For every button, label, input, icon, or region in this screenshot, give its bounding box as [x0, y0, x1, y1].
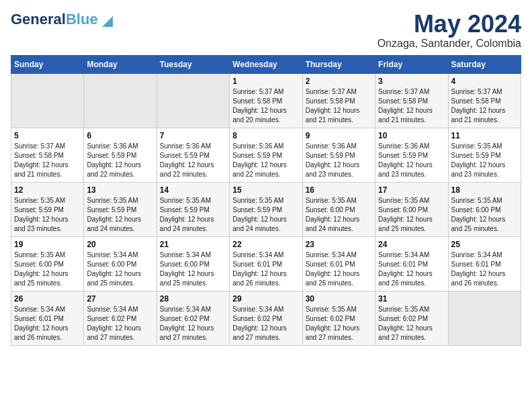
calendar-cell: 29Sunrise: 5:34 AM Sunset: 6:02 PM Dayli… [230, 291, 302, 345]
day-number: 11 [451, 131, 518, 140]
svg-marker-0 [102, 16, 113, 27]
day-info: Sunrise: 5:35 AM Sunset: 6:02 PM Dayligh… [306, 305, 372, 342]
header-row: SundayMondayTuesdayWednesdayThursdayFrid… [11, 55, 521, 73]
day-number: 2 [306, 77, 372, 86]
day-number: 27 [87, 294, 153, 304]
calendar-cell: 8Sunrise: 5:36 AM Sunset: 5:59 PM Daylig… [230, 128, 302, 182]
day-number: 29 [232, 294, 299, 304]
day-info: Sunrise: 5:34 AM Sunset: 6:01 PM Dayligh… [378, 250, 445, 288]
calendar-cell [84, 73, 157, 128]
day-number: 22 [232, 240, 299, 249]
calendar-week-row: 5Sunrise: 5:37 AM Sunset: 5:58 PM Daylig… [11, 128, 521, 182]
day-number: 6 [87, 131, 153, 140]
day-info: Sunrise: 5:34 AM Sunset: 6:00 PM Dayligh… [87, 250, 153, 288]
day-header: Monday [84, 55, 157, 73]
day-number: 16 [306, 185, 372, 195]
day-info: Sunrise: 5:36 AM Sunset: 5:59 PM Dayligh… [87, 142, 153, 179]
day-info: Sunrise: 5:36 AM Sunset: 5:59 PM Dayligh… [160, 142, 226, 179]
day-number: 5 [14, 131, 81, 140]
day-info: Sunrise: 5:35 AM Sunset: 5:59 PM Dayligh… [232, 196, 299, 234]
day-number: 12 [14, 185, 81, 195]
day-number: 8 [232, 131, 299, 140]
calendar-header: SundayMondayTuesdayWednesdayThursdayFrid… [11, 55, 521, 73]
calendar-cell: 22Sunrise: 5:34 AM Sunset: 6:01 PM Dayli… [230, 236, 302, 291]
day-info: Sunrise: 5:35 AM Sunset: 5:59 PM Dayligh… [14, 196, 81, 234]
day-number: 19 [14, 240, 81, 249]
calendar-cell: 11Sunrise: 5:35 AM Sunset: 5:59 PM Dayli… [448, 128, 521, 182]
day-header: Saturday [448, 55, 521, 73]
calendar-week-row: 26Sunrise: 5:34 AM Sunset: 6:01 PM Dayli… [11, 291, 521, 345]
day-info: Sunrise: 5:34 AM Sunset: 6:01 PM Dayligh… [451, 250, 518, 288]
calendar-cell: 15Sunrise: 5:35 AM Sunset: 5:59 PM Dayli… [230, 182, 302, 236]
day-number: 21 [160, 240, 226, 249]
day-number: 23 [306, 240, 372, 249]
day-info: Sunrise: 5:35 AM Sunset: 5:59 PM Dayligh… [160, 196, 226, 234]
day-header: Sunday [11, 55, 84, 73]
logo-blue: Blue [66, 11, 98, 28]
calendar-week-row: 1Sunrise: 5:37 AM Sunset: 5:58 PM Daylig… [11, 73, 521, 128]
day-number: 28 [160, 294, 226, 304]
day-number: 7 [160, 131, 226, 140]
day-header: Wednesday [230, 55, 302, 73]
calendar-cell: 14Sunrise: 5:35 AM Sunset: 5:59 PM Dayli… [157, 182, 229, 236]
day-info: Sunrise: 5:34 AM Sunset: 6:02 PM Dayligh… [232, 305, 299, 342]
calendar-cell: 1Sunrise: 5:37 AM Sunset: 5:58 PM Daylig… [230, 73, 302, 128]
day-number: 26 [14, 294, 81, 304]
day-number: 14 [160, 185, 226, 195]
day-number: 30 [306, 294, 372, 304]
calendar-cell: 18Sunrise: 5:35 AM Sunset: 6:00 PM Dayli… [448, 182, 521, 236]
day-info: Sunrise: 5:36 AM Sunset: 5:59 PM Dayligh… [378, 142, 445, 179]
day-number: 9 [306, 131, 372, 140]
calendar-cell: 23Sunrise: 5:34 AM Sunset: 6:01 PM Dayli… [302, 236, 375, 291]
day-info: Sunrise: 5:34 AM Sunset: 6:01 PM Dayligh… [14, 305, 81, 342]
calendar-cell: 21Sunrise: 5:34 AM Sunset: 6:00 PM Dayli… [157, 236, 229, 291]
calendar-cell: 27Sunrise: 5:34 AM Sunset: 6:02 PM Dayli… [84, 291, 157, 345]
day-info: Sunrise: 5:35 AM Sunset: 6:02 PM Dayligh… [378, 305, 445, 342]
day-info: Sunrise: 5:35 AM Sunset: 5:59 PM Dayligh… [87, 196, 153, 234]
day-number: 3 [378, 77, 445, 86]
calendar-cell: 12Sunrise: 5:35 AM Sunset: 5:59 PM Dayli… [11, 182, 84, 236]
calendar-body: 1Sunrise: 5:37 AM Sunset: 5:58 PM Daylig… [11, 73, 521, 345]
day-header: Tuesday [157, 55, 229, 73]
day-number: 25 [451, 240, 518, 249]
calendar-cell [11, 73, 84, 128]
day-number: 31 [378, 294, 445, 304]
day-info: Sunrise: 5:35 AM Sunset: 6:00 PM Dayligh… [378, 196, 445, 234]
day-info: Sunrise: 5:37 AM Sunset: 5:58 PM Dayligh… [451, 87, 518, 125]
day-info: Sunrise: 5:35 AM Sunset: 6:00 PM Dayligh… [451, 196, 518, 234]
calendar-table: SundayMondayTuesdayWednesdayThursdayFrid… [11, 55, 521, 346]
day-info: Sunrise: 5:35 AM Sunset: 6:00 PM Dayligh… [14, 250, 81, 288]
calendar-cell: 28Sunrise: 5:34 AM Sunset: 6:02 PM Dayli… [157, 291, 229, 345]
calendar-cell [157, 73, 229, 128]
day-number: 20 [87, 240, 153, 249]
page-subtitle: Onzaga, Santander, Colombia [378, 38, 521, 50]
day-number: 13 [87, 185, 153, 195]
calendar-cell: 17Sunrise: 5:35 AM Sunset: 6:00 PM Dayli… [375, 182, 448, 236]
logo-arrow-icon [102, 16, 113, 27]
calendar-cell: 26Sunrise: 5:34 AM Sunset: 6:01 PM Dayli… [11, 291, 84, 345]
day-info: Sunrise: 5:35 AM Sunset: 6:00 PM Dayligh… [306, 196, 372, 234]
day-info: Sunrise: 5:37 AM Sunset: 5:58 PM Dayligh… [378, 87, 445, 125]
calendar-cell: 31Sunrise: 5:35 AM Sunset: 6:02 PM Dayli… [375, 291, 448, 345]
day-number: 17 [378, 185, 445, 195]
logo-general: General [11, 11, 66, 28]
calendar-week-row: 19Sunrise: 5:35 AM Sunset: 6:00 PM Dayli… [11, 236, 521, 291]
calendar-cell: 16Sunrise: 5:35 AM Sunset: 6:00 PM Dayli… [302, 182, 375, 236]
calendar-cell: 10Sunrise: 5:36 AM Sunset: 5:59 PM Dayli… [375, 128, 448, 182]
day-info: Sunrise: 5:34 AM Sunset: 6:00 PM Dayligh… [160, 250, 226, 288]
calendar-cell: 30Sunrise: 5:35 AM Sunset: 6:02 PM Dayli… [302, 291, 375, 345]
day-info: Sunrise: 5:34 AM Sunset: 6:02 PM Dayligh… [160, 305, 226, 342]
calendar-cell: 25Sunrise: 5:34 AM Sunset: 6:01 PM Dayli… [448, 236, 521, 291]
day-number: 15 [232, 185, 299, 195]
day-info: Sunrise: 5:37 AM Sunset: 5:58 PM Dayligh… [232, 87, 299, 125]
calendar-week-row: 12Sunrise: 5:35 AM Sunset: 5:59 PM Dayli… [11, 182, 521, 236]
page-title: May 2024 [378, 11, 521, 38]
calendar-cell: 2Sunrise: 5:37 AM Sunset: 5:58 PM Daylig… [302, 73, 375, 128]
calendar-cell: 20Sunrise: 5:34 AM Sunset: 6:00 PM Dayli… [84, 236, 157, 291]
calendar-cell: 24Sunrise: 5:34 AM Sunset: 6:01 PM Dayli… [375, 236, 448, 291]
day-number: 1 [232, 77, 299, 86]
calendar-cell: 13Sunrise: 5:35 AM Sunset: 5:59 PM Dayli… [84, 182, 157, 236]
calendar-cell: 4Sunrise: 5:37 AM Sunset: 5:58 PM Daylig… [448, 73, 521, 128]
day-info: Sunrise: 5:37 AM Sunset: 5:58 PM Dayligh… [14, 142, 81, 179]
day-info: Sunrise: 5:36 AM Sunset: 5:59 PM Dayligh… [306, 142, 372, 179]
